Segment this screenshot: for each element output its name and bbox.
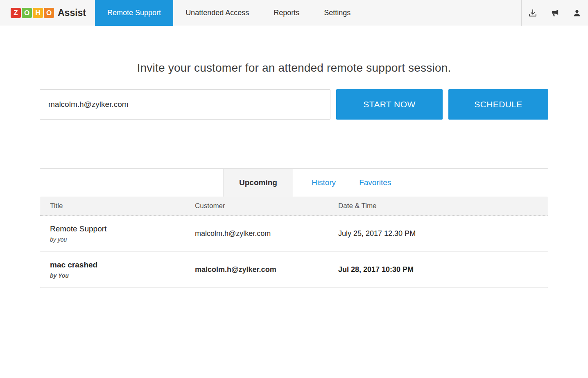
header-icon-group [521,0,588,26]
sessions-panel: Upcoming History Favorites Title Custome… [40,168,548,288]
session-datetime: July 25, 2017 12.30 PM [338,229,548,238]
logo-letter-o2: O [44,8,54,18]
session-customer: malcolm.h@zylker.com [195,265,338,274]
tab-spacer [40,169,223,197]
start-now-button[interactable]: START NOW [336,89,443,120]
download-icon[interactable] [522,0,544,26]
nav-unattended-access[interactable]: Unattended Access [173,0,261,26]
tab-favorites[interactable]: Favorites [354,169,396,197]
logo-letter-o1: O [22,8,32,18]
user-icon[interactable] [566,0,588,26]
main-nav: Remote Support Unattended Access Reports… [95,0,363,26]
session-author: by you [50,236,195,243]
column-header-customer: Customer [195,202,338,210]
session-author: by You [50,272,195,279]
schedule-button[interactable]: SCHEDULE [448,89,548,120]
column-header-datetime: Date & Time [338,202,548,210]
column-header-title: Title [40,202,195,210]
page-title: Invite your customer for an attended rem… [40,61,548,75]
main-content: Invite your customer for an attended rem… [40,61,548,288]
customer-email-input[interactable] [40,89,330,120]
sessions-tabs: Upcoming History Favorites [40,169,548,197]
session-title: mac crashed [50,260,195,269]
top-header: Z O H O Assist Remote Support Unattended… [0,0,588,26]
zoho-assist-logo[interactable]: Z O H O Assist [0,0,95,26]
table-row[interactable]: Remote Support by you malcolm.h@zylker.c… [40,216,548,251]
session-title: Remote Support [50,224,195,233]
session-datetime: Jul 28, 2017 10:30 PM [338,265,548,274]
nav-reports[interactable]: Reports [261,0,312,26]
nav-settings[interactable]: Settings [312,0,363,26]
session-customer: malcolm.h@zylker.com [195,229,338,238]
tab-history[interactable]: History [307,169,341,197]
logo-letter-h: H [33,8,43,18]
nav-remote-support[interactable]: Remote Support [95,0,173,26]
session-title-cell: Remote Support by you [40,224,195,243]
invite-session-form: START NOW SCHEDULE [40,89,548,120]
announcement-icon[interactable] [544,0,566,26]
table-row[interactable]: mac crashed by You malcolm.h@zylker.com … [40,251,548,287]
product-name: Assist [58,7,86,18]
table-header-row: Title Customer Date & Time [40,197,548,216]
tab-upcoming[interactable]: Upcoming [223,169,293,197]
logo-letter-z: Z [11,8,21,18]
session-title-cell: mac crashed by You [40,260,195,279]
